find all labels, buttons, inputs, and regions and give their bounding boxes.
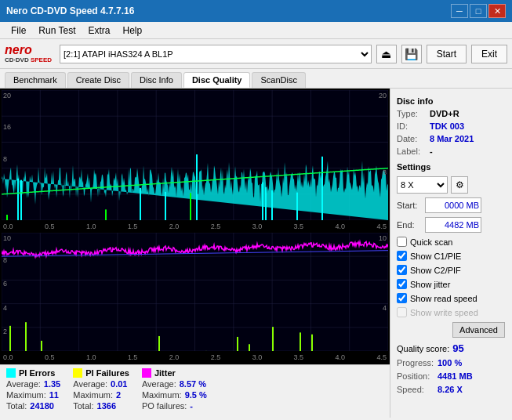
nero-brand: nero — [5, 44, 32, 56]
bottom-chart-y-2-left: 2 — [3, 328, 7, 335]
jitter-label: Jitter — [142, 368, 207, 378]
top-chart-y-8-right: 8 — [383, 168, 387, 176]
title-bar-controls[interactable]: ─ □ ✕ — [451, 4, 506, 18]
show-jitter-checkbox[interactable] — [397, 279, 407, 289]
menu-extra[interactable]: Extra — [83, 24, 114, 37]
charts-and-stats: 20 16 8 20 8 0.00.5 1.01.5 2.02.5 3.03.5… — [0, 89, 390, 418]
show-write-speed-row: Show write speed — [397, 307, 505, 317]
top-chart-x-axis: 0.00.5 1.01.5 2.02.5 3.03.5 4.04.5 — [2, 221, 388, 232]
show-c2pif-checkbox[interactable] — [397, 265, 407, 275]
close-button[interactable]: ✕ — [488, 4, 506, 18]
pi-errors-total: Total: 24180 — [6, 401, 60, 411]
bottom-chart-y-4-right: 4 — [383, 304, 387, 312]
quick-scan-row: Quick scan — [397, 237, 505, 247]
tab-disc-quality[interactable]: Disc Quality — [183, 72, 251, 88]
menu-bar: File Run Test Extra Help — [0, 22, 512, 39]
pi-failures-group: PI Failures Average: 0.01 Maximum: 2 Tot… — [73, 368, 129, 415]
quick-scan-checkbox[interactable] — [397, 237, 407, 247]
start-mb-input[interactable] — [425, 197, 481, 213]
disc-date-row: Date: 8 Mar 2021 — [397, 134, 505, 143]
pi-failures-avg: Average: 0.01 — [73, 379, 129, 389]
bottom-chart-y-8-left: 8 — [3, 256, 7, 264]
settings-icon-button[interactable]: ⚙ — [451, 176, 468, 194]
pi-errors-group: PI Errors Average: 1.35 Maximum: 11 Tota… — [6, 368, 60, 415]
show-c2-row: Show C2/PIF — [397, 265, 505, 275]
end-mb-row: End: — [397, 217, 505, 233]
start-button[interactable]: Start — [427, 45, 467, 63]
show-jitter-row: Show jitter — [397, 279, 505, 289]
speed-row: Speed: 8.26 X — [397, 385, 505, 394]
speed-settings-row: 8 X ⚙ — [397, 176, 505, 194]
pi-errors-avg: Average: 1.35 — [6, 379, 60, 389]
eject-icon-button[interactable]: ⏏ — [376, 45, 397, 63]
disc-info-title: Disc info — [397, 96, 505, 106]
progress-row: Progress: 100 % — [397, 358, 505, 368]
start-mb-row: Start: — [397, 197, 505, 213]
nero-logo: nero CD·DVD SPEED — [5, 44, 52, 63]
minimize-button[interactable]: ─ — [451, 4, 468, 18]
pi-failures-color — [73, 368, 82, 378]
title-bar-left: Nero CD-DVD Speed 4.7.7.16 — [6, 5, 134, 16]
menu-run-test[interactable]: Run Test — [34, 24, 80, 37]
disc-id-row: ID: TDK 003 — [397, 121, 505, 131]
right-panel: Disc info Type: DVD+R ID: TDK 003 Date: … — [390, 89, 511, 418]
bottom-chart-y-10-left: 10 — [3, 234, 11, 242]
show-read-speed-checkbox[interactable] — [397, 293, 407, 303]
bottom-chart-y-6-left: 6 — [3, 280, 7, 288]
show-read-speed-row: Show read speed — [397, 293, 505, 303]
jitter-max: Maximum: 9.5 % — [142, 390, 207, 400]
jitter-po: PO failures: - — [142, 401, 207, 411]
bottom-chart-canvas — [2, 233, 388, 351]
top-chart-y-max-left: 20 — [3, 92, 11, 100]
position-row: Position: 4481 MB — [397, 371, 505, 381]
menu-help[interactable]: Help — [118, 24, 147, 37]
top-chart: 20 16 8 20 8 — [2, 90, 388, 220]
pi-failures-max: Maximum: 2 — [73, 390, 129, 400]
show-c1pie-checkbox[interactable] — [397, 251, 407, 261]
tab-create-disc[interactable]: Create Disc — [67, 72, 129, 88]
pi-errors-max: Maximum: 11 — [6, 390, 60, 400]
quality-score-row: Quality score: 95 — [397, 342, 505, 354]
disc-type-row: Type: DVD+R — [397, 109, 505, 118]
save-icon-button[interactable]: 💾 — [401, 45, 422, 63]
nero-product: CD·DVD SPEED — [5, 56, 52, 63]
disc-label-row: Label: - — [397, 147, 505, 156]
settings-title: Settings — [397, 162, 505, 172]
toolbar: nero CD·DVD SPEED [2:1] ATAPI iHAS324 A … — [0, 39, 512, 69]
advanced-button[interactable]: Advanced — [452, 322, 505, 338]
jitter-group: Jitter Average: 8.57 % Maximum: 9.5 % PO… — [142, 368, 207, 415]
tab-scan-disc[interactable]: ScanDisc — [252, 72, 305, 88]
show-c1-row: Show C1/PIE — [397, 251, 505, 261]
pi-failures-label: PI Failures — [73, 368, 129, 378]
bottom-chart-y-4-left: 4 — [3, 304, 7, 312]
bottom-chart: 10 8 6 4 2 10 4 — [2, 233, 388, 351]
top-chart-y-8-left: 8 — [3, 155, 7, 163]
speed-select[interactable]: 8 X — [397, 176, 448, 194]
title-bar: Nero CD-DVD Speed 4.7.7.16 ─ □ ✕ — [0, 0, 512, 22]
show-write-speed-checkbox[interactable] — [397, 307, 407, 317]
maximize-button[interactable]: □ — [470, 4, 487, 18]
top-chart-y-max-right: 20 — [379, 92, 387, 100]
jitter-color — [142, 368, 151, 378]
bottom-stats: PI Errors Average: 1.35 Maximum: 11 Tota… — [0, 364, 390, 418]
bottom-chart-y-10-right: 10 — [379, 234, 387, 242]
end-mb-input[interactable] — [425, 217, 481, 233]
top-chart-y-16-left: 16 — [3, 123, 11, 131]
jitter-avg: Average: 8.57 % — [142, 379, 207, 389]
drive-select[interactable]: [2:1] ATAPI iHAS324 A BL1P — [60, 45, 372, 63]
app-title: Nero CD-DVD Speed 4.7.7.16 — [6, 5, 134, 16]
bottom-chart-x-axis: 0.00.5 1.01.5 2.02.5 3.03.5 4.04.5 — [2, 352, 388, 363]
pi-errors-label: PI Errors — [6, 368, 60, 378]
charts-container: 20 16 8 20 8 0.00.5 1.01.5 2.02.5 3.03.5… — [0, 89, 390, 364]
menu-file[interactable]: File — [6, 24, 31, 37]
tab-benchmark[interactable]: Benchmark — [5, 72, 66, 88]
pi-errors-color — [6, 368, 16, 378]
tab-disc-info[interactable]: Disc Info — [131, 72, 182, 88]
top-chart-canvas — [2, 90, 388, 220]
tabs: Benchmark Create Disc Disc Info Disc Qua… — [0, 69, 512, 89]
exit-button[interactable]: Exit — [471, 45, 507, 63]
pi-failures-total: Total: 1366 — [73, 401, 129, 411]
